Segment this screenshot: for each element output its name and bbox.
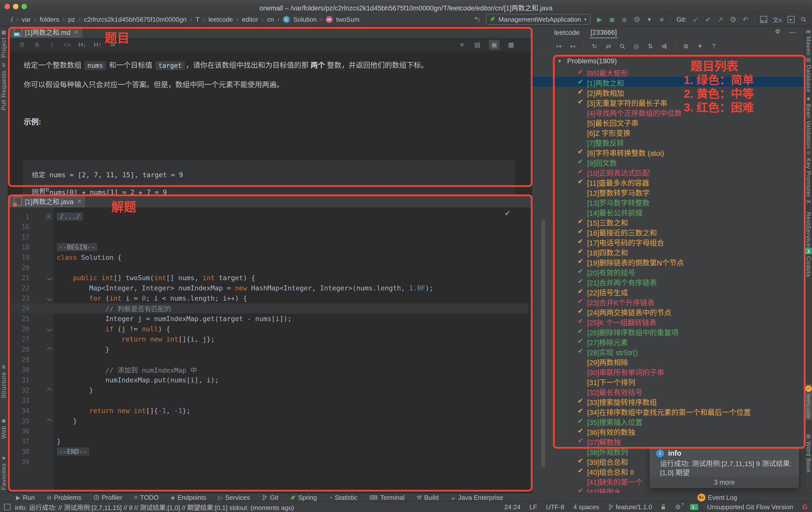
toolwindow-button-build[interactable]: ⚒Build — [416, 494, 438, 502]
line-number[interactable]: 17 — [8, 233, 31, 241]
stripe-button-maven[interactable]: mMaven — [805, 26, 812, 57]
code-line[interactable]: 23 for (int i = 0; i < nums.length; i++)… — [8, 293, 528, 303]
breadcrumb-item[interactable]: c2rlnzcs2k1d45bh5675f10m0000gn — [84, 16, 186, 23]
code-line[interactable]: 24 // 判断是否有匹配的 — [8, 303, 528, 314]
breadcrumb-item[interactable]: folders — [39, 16, 59, 23]
problem-item[interactable]: [31]下一个排列 — [532, 376, 804, 386]
md-code-icon[interactable]: <> — [63, 41, 71, 49]
line-number[interactable]: 16 — [8, 223, 31, 231]
java-editor[interactable]: 1+/.../161718--BEGIN--19class Solution {… — [7, 207, 532, 493]
logout-icon[interactable]: ↤ — [570, 43, 576, 50]
fold-end-icon[interactable] — [47, 388, 52, 393]
settings-icon[interactable] — [683, 43, 689, 50]
code-line[interactable]: 19class Solution { — [8, 252, 528, 263]
git-commit-button[interactable]: ✔ — [705, 15, 712, 24]
stripe-button-restservices[interactable]: RestServices — [805, 202, 812, 251]
line-number[interactable]: 30 — [8, 366, 31, 374]
toolwindow-button-services[interactable]: ▷Services — [218, 494, 250, 502]
toolwindow-button-todo[interactable]: ≡TODO — [134, 494, 159, 502]
problem-item[interactable]: ✔[35]搜索插入位置 — [532, 416, 804, 426]
breadcrumb-item[interactable]: pz — [68, 16, 75, 23]
problem-item[interactable]: [13]罗马数字转整数 — [532, 196, 804, 207]
problem-item[interactable]: ✔[17]电话号码的字母组合 — [532, 236, 804, 246]
line-number[interactable]: 19 — [8, 254, 31, 261]
line-number[interactable]: 34 — [8, 407, 31, 414]
code-line[interactable]: 1+/.../ — [8, 211, 528, 222]
fold-expand-icon[interactable]: + — [46, 214, 51, 219]
tab-java-file[interactable]: [1]两数之和.java × — [10, 195, 85, 208]
gear-icon[interactable] — [775, 28, 781, 36]
problem-item[interactable]: ✔[19]删除链表的倒数第N个节点 — [532, 256, 804, 266]
code-line[interactable]: 22 Map<Integer, Integer> numIndexMap = n… — [8, 283, 528, 293]
line-number[interactable]: 1 — [8, 213, 31, 220]
breadcrumb-item[interactable]: Solution — [293, 16, 317, 23]
problem-item[interactable]: ✔[20]有效的括号 — [532, 266, 804, 276]
problem-item[interactable]: ✔[8]字符串转换整数 (atoi) — [532, 146, 804, 157]
line-number[interactable]: 22 — [8, 285, 31, 292]
code-line[interactable]: 36 — [8, 426, 528, 436]
code-line[interactable]: 38--END-- — [8, 447, 528, 457]
problem-item[interactable]: ✔[85]最大矩形 — [532, 67, 804, 77]
inspections-ok-icon[interactable]: ✔ — [504, 209, 511, 218]
problem-item[interactable]: ✔[25]K 个一组翻转链表 — [532, 316, 804, 326]
problem-item[interactable]: ✔[27]移除元素 — [532, 336, 804, 346]
stop-button[interactable]: ■ — [658, 15, 665, 24]
problem-item[interactable]: ✔[26]删除排序数组中的重复项 — [532, 326, 804, 336]
back-arrow-icon[interactable] — [473, 15, 481, 24]
problem-item[interactable]: [32]最长有效括号 — [532, 386, 804, 396]
more-run-options-icon[interactable]: ▾ — [646, 15, 653, 24]
line-number[interactable]: 27 — [8, 335, 31, 343]
stripe-button-codota[interactable]: ❯Codota — [805, 246, 812, 278]
toolwindow-button-endpoints[interactable]: ◈Endpoints — [171, 494, 206, 502]
code-line[interactable]: 35 } — [8, 416, 528, 426]
view-structure-icon[interactable]: ≡ — [458, 41, 466, 49]
line-number[interactable]: 33 — [8, 397, 31, 404]
fold-marker[interactable] — [31, 327, 55, 331]
session-tab[interactable]: [233666] — [589, 27, 618, 38]
debug-button[interactable] — [609, 15, 615, 24]
breadcrumb-item[interactable]: leetcode — [208, 16, 233, 23]
code-line[interactable]: 26 if (j != null) { — [8, 324, 528, 334]
progress-chart-icon[interactable] — [661, 43, 668, 50]
stripe-button-structure[interactable]: ≣Structure — [0, 362, 7, 400]
encoding-widget[interactable]: UTF-8 — [546, 503, 564, 511]
lock-icon[interactable] — [661, 504, 666, 510]
stripe-button-favorites[interactable]: ★Favorites — [0, 453, 7, 491]
pick-one-icon[interactable]: ◎ — [633, 43, 640, 50]
problem-item[interactable]: ✔[1]两数之和 — [532, 77, 804, 87]
code-line[interactable]: 27 return new int[]{i, j}; — [8, 334, 528, 344]
view-grid-icon[interactable]: ▦ — [506, 41, 516, 49]
line-number[interactable]: 37 — [8, 438, 31, 445]
line-number[interactable]: 38 — [8, 448, 31, 455]
git-flow-warning[interactable]: Unsupported Git Flow Version — [707, 503, 793, 511]
problem-item[interactable]: ✔[33]搜索旋转排序数组 — [532, 396, 804, 406]
fold-marker[interactable] — [31, 276, 55, 280]
line-number[interactable]: 35 — [8, 417, 31, 425]
translate-icon[interactable]: 文A — [773, 15, 782, 24]
line-number[interactable]: 39 — [8, 458, 31, 466]
problem-item[interactable]: [5]最长回文子串 — [532, 117, 804, 127]
problem-item[interactable]: ✔[37]解数独 — [532, 436, 804, 446]
rollback-button[interactable]: ↶ — [742, 15, 749, 24]
code-line[interactable]: 33 — [8, 395, 528, 406]
stripe-button-web[interactable]: ◉Web — [0, 416, 7, 440]
fold-marker[interactable] — [31, 348, 55, 351]
run-button[interactable]: ▶ — [596, 15, 603, 24]
git-update-button[interactable]: ↙ — [692, 15, 699, 24]
breadcrumb-item[interactable]: cn — [267, 16, 274, 23]
line-number[interactable]: 25 — [8, 315, 31, 323]
code-line[interactable]: 28 } — [8, 344, 528, 354]
stripe-button-bean-validation[interactable]: ◈Bean Validation — [805, 94, 812, 150]
breadcrumb-item[interactable]: / — [11, 16, 13, 23]
problem-item[interactable]: [14]最长公共前缀 — [532, 207, 804, 216]
help-icon[interactable]: ? — [710, 43, 717, 50]
problem-item[interactable]: ✔[21]合并两个有序链表 — [532, 276, 804, 286]
code-line[interactable]: 32 } — [8, 385, 528, 395]
history-button[interactable] — [730, 15, 736, 24]
problem-item[interactable]: ✔[23]合并K个升序链表 — [532, 296, 804, 306]
git-push-button[interactable]: ↗ — [717, 15, 724, 24]
google-icon[interactable]: G — [802, 503, 808, 511]
breadcrumb-item[interactable]: T — [196, 16, 200, 23]
shuffle-icon[interactable]: ⇄ — [605, 43, 612, 50]
stripe-button-project[interactable]: ▦Project — [0, 27, 7, 59]
